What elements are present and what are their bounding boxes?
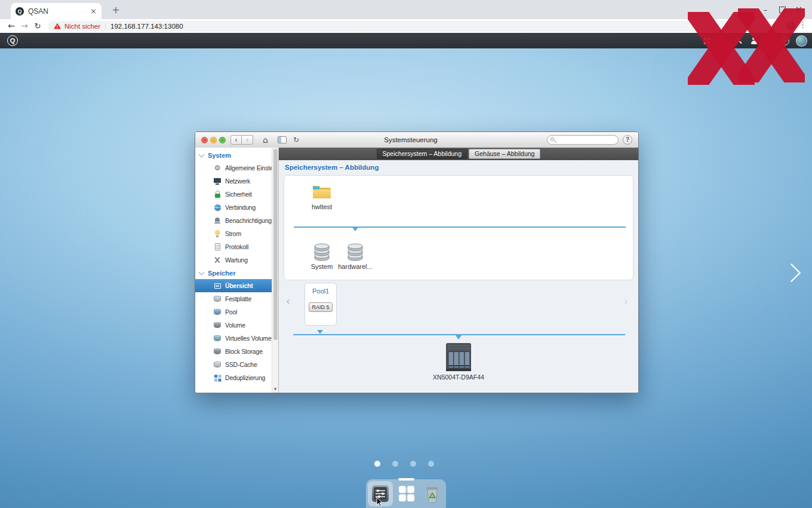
window-close-button[interactable] [791,0,807,19]
sidebar-item-label: Allgemeine Einstell... [225,164,272,172]
raid-badge[interactable]: RAID 5 [309,302,333,312]
sidebar-list: System Allgemeine Einstell... Netzwerk [195,148,272,393]
window-header: Systemsteuerung ? [195,132,638,148]
lightbulb-icon [213,229,222,238]
page-dot-4[interactable] [428,461,434,467]
dedup-grid-icon [213,374,222,382]
page-dot-3[interactable] [410,461,416,467]
nav-forward-button[interactable] [242,135,253,145]
home-icon[interactable] [263,135,268,145]
not-secure-label[interactable]: Nicht sicher [64,23,100,30]
browser-menu-icon[interactable] [799,20,807,29]
chevron-down-icon [199,269,205,275]
sidebar-item-uebersicht[interactable]: Übersicht [195,279,272,292]
app-center-dock-icon[interactable] [396,483,417,504]
sidebar-item-benachrichtigung[interactable]: Benachrichtigung [195,214,272,227]
window-minimize-button[interactable] [757,0,774,19]
row-chevron-left-icon[interactable] [286,296,290,307]
minimize-traffic-light[interactable] [210,137,217,143]
apps-grid-icon[interactable] [703,36,712,45]
browser-navbar: Nicht sicher 192.168.177.143:13080 [0,19,812,33]
tab-close-icon[interactable] [90,7,97,16]
overview-panel-icon [213,281,222,290]
sidebar-item-label: SSD-Cache [225,361,257,368]
sidebar-item-label: Wartung [225,256,248,264]
qsan-logo[interactable]: Q [7,35,18,46]
connector-arrow-down [317,330,323,334]
folder-icon[interactable] [312,183,332,200]
search-icon[interactable] [734,36,743,45]
disk-icon [213,295,222,303]
close-traffic-light[interactable] [201,137,208,143]
screenshot-root: Q QSAN Nicht sicher 192.168.177.143:1308… [0,0,812,508]
recycle-bin-dock-icon[interactable] [422,483,443,504]
tab-gehaeuse-abbildung[interactable]: Gehäuse – Abbildung [469,149,540,159]
account-avatar[interactable] [796,35,807,47]
sidebar-item-protokoll[interactable]: Protokoll [195,240,272,253]
browser-forward-button[interactable] [18,19,31,32]
browser-profile-avatar[interactable] [786,21,795,30]
disk-stack-icon[interactable] [346,241,364,262]
browser-tab[interactable]: Q QSAN [11,3,102,19]
sidebar-scrollbar[interactable] [272,148,278,393]
sidebar-item-verbindung[interactable]: Verbindung [195,201,272,214]
notifications-bell-icon[interactable] [718,36,727,45]
disk-stack-icon[interactable] [313,241,331,262]
user-icon[interactable] [749,36,758,45]
window-maximize-button[interactable] [774,0,791,19]
content-column: Speichersystem – Abbildung Gehäuse – Abb… [279,148,638,393]
sidebar-section-speicher[interactable]: Speicher [195,267,272,279]
sidebar-item-allgemeine-einstellungen[interactable]: Allgemeine Einstell... [195,161,272,175]
control-panel-search[interactable] [547,135,619,145]
sidebar-item-sicherheit[interactable]: Sicherheit [195,188,272,201]
bookmark-star-icon[interactable] [771,21,779,30]
new-tab-button[interactable] [110,4,122,16]
sidebar-section-system[interactable]: System [195,149,272,161]
page-dot-2[interactable] [392,461,398,467]
sidebar-item-label: Übersicht [225,282,253,289]
folder-label[interactable]: hwltest [298,203,346,210]
section-title: System [208,152,231,159]
sidebar-item-netzwerk[interactable]: Netzwerk [195,175,272,188]
network-monitor-icon [213,177,222,185]
sidebar-item-wartung[interactable]: Wartung [195,253,272,267]
sidebar-item-deduplizierung[interactable]: Deduplizierung [195,371,272,384]
volume-disk-icon [213,321,222,329]
row-chevron-right-icon[interactable] [624,296,628,307]
scrollbar-thumb[interactable] [273,149,278,340]
volume-label[interactable]: hardwarel... [334,263,376,270]
sidebar-item-label: Virtuelles Volume [225,335,272,342]
page-dot-1[interactable] [374,461,380,467]
sidebar-item-strom[interactable]: Strom [195,227,272,240]
sidebar-item-ssd-cache[interactable]: SSD-Cache [195,358,272,371]
help-icon[interactable] [765,36,774,45]
sidebar-item-virtuelles-volume[interactable]: Virtuelles Volume [195,332,272,345]
browser-back-button[interactable] [5,19,18,32]
sidebar-item-label: Protokoll [225,243,248,250]
scroll-down-arrow[interactable] [272,385,278,392]
topbar-icons [703,33,807,48]
sidebar-item-block-storage[interactable]: Block Storage [195,345,272,358]
sidebar-item-pool[interactable]: Pool [195,305,272,319]
window-title: Systemsteuerung [279,132,543,148]
globe-icon [213,203,222,212]
control-panel-search-input[interactable] [558,136,617,145]
lock-icon [213,190,222,198]
pool-box[interactable]: Pool1 RAID 5 [304,283,337,326]
section-title: Speicher [208,270,235,277]
ssd-cache-icon [213,360,222,369]
tab-speichersystem-abbildung[interactable]: Speichersystem – Abbildung [377,149,468,159]
nav-back-button[interactable] [230,135,242,145]
help-button[interactable]: ? [623,135,632,145]
browser-reload-button[interactable] [31,19,44,32]
sidebar-item-volume[interactable]: Volume [195,319,272,332]
sidebar-item-festplatte[interactable]: Festplatte [195,292,272,305]
language-globe-icon[interactable] [780,36,789,45]
maximize-traffic-light[interactable] [219,137,226,143]
window-body: System Allgemeine Einstell... Netzwerk [195,148,638,393]
nas-device-icon[interactable] [443,342,474,372]
url-text[interactable]: 192.168.177.143:13080 [110,23,183,30]
next-page-chevron-icon[interactable] [782,263,801,283]
sidebar-item-label: Benachrichtigung [225,217,272,224]
address-bar[interactable]: Nicht sicher 192.168.177.143:13080 [48,21,764,32]
